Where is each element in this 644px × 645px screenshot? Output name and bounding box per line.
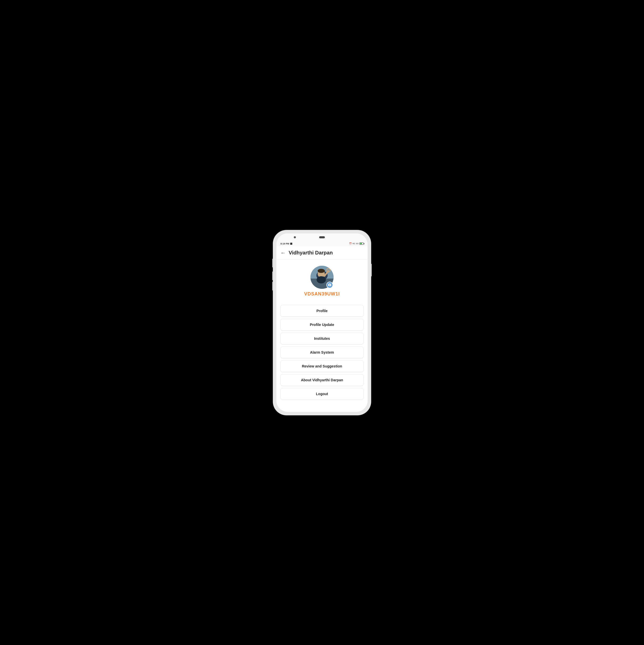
signal-3g: 3G	[356, 242, 359, 245]
menu-item-institutes[interactable]: Institutes	[281, 333, 363, 345]
menu-item-profile-update[interactable]: Profile Update	[281, 319, 363, 331]
username-label: VDSAN39UW1I	[304, 291, 340, 297]
status-time: 8:19 PM	[281, 242, 289, 245]
camera-badge[interactable]	[326, 282, 333, 288]
battery-indicator	[359, 242, 363, 245]
menu-item-logout[interactable]: Logout	[281, 388, 363, 400]
phone-screen: 8:19 PM ⏰ 4G 3G ← Vidhyarthi Darpan	[276, 233, 368, 412]
notification-icon	[290, 243, 292, 245]
battery-fill	[360, 243, 362, 244]
earpiece	[319, 236, 325, 238]
front-camera	[294, 236, 296, 238]
status-bar: 8:19 PM ⏰ 4G 3G	[276, 241, 368, 246]
screen-content: ← Vidhyarthi Darpan	[276, 246, 368, 412]
profile-section: VDSAN39UW1I	[276, 260, 368, 303]
svg-point-4	[318, 269, 325, 273]
menu-item-review-suggestion[interactable]: Review and Suggestion	[281, 360, 363, 372]
camera-icon	[328, 283, 331, 287]
phone-top-hardware	[276, 233, 368, 241]
status-right: ⏰ 4G 3G	[349, 242, 363, 245]
avatar-container[interactable]	[310, 266, 334, 289]
status-left: 8:19 PM	[281, 242, 292, 245]
svg-point-5	[317, 276, 326, 283]
signal-4g: 4G	[352, 242, 355, 245]
back-button[interactable]: ←	[281, 250, 286, 255]
app-header: ← Vidhyarthi Darpan	[276, 246, 368, 260]
alarm-icon: ⏰	[349, 242, 352, 245]
menu-list: Profile Profile Update Institutes Alarm …	[276, 303, 368, 402]
menu-item-about[interactable]: About Vidhyarthi Darpan	[281, 374, 363, 386]
menu-item-profile[interactable]: Profile	[281, 305, 363, 317]
page-title: Vidhyarthi Darpan	[289, 250, 333, 256]
menu-item-alarm-system[interactable]: Alarm System	[281, 347, 363, 358]
phone-frame: 8:19 PM ⏰ 4G 3G ← Vidhyarthi Darpan	[273, 230, 371, 415]
